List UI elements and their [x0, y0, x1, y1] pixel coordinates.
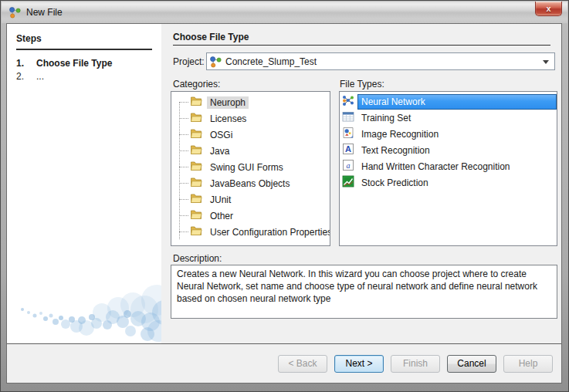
stock-prediction-icon — [342, 175, 354, 190]
step-number: 1. — [16, 58, 36, 69]
chevron-down-icon[interactable] — [543, 60, 549, 64]
text-recognition-icon — [342, 143, 354, 157]
main-panel: Choose File Type Project: Concrete_Slump… — [161, 24, 561, 343]
project-combobox-value: Concrete_Slump_Test — [225, 56, 317, 67]
description-text: Creates a new Neural Network. In this wi… — [171, 265, 557, 319]
folder-icon — [190, 127, 202, 142]
handwritten-character-icon — [342, 159, 354, 174]
description-label: Description: — [173, 253, 222, 264]
step-number: 2. — [16, 71, 36, 82]
training-set-icon — [342, 110, 354, 125]
file-type-item-text-recognition[interactable]: Text Recognition — [340, 142, 557, 158]
window-title: New File — [26, 7, 63, 18]
project-label: Project: — [173, 56, 205, 67]
categories-label: Categories: — [173, 79, 220, 90]
watermark-bubbles — [7, 235, 161, 343]
folder-icon — [190, 95, 202, 110]
folder-icon — [190, 160, 202, 174]
folder-icon — [190, 176, 202, 191]
step-item-pending: ... — [36, 71, 112, 82]
file-type-item-stock-prediction[interactable]: Stock Prediction — [340, 174, 557, 191]
categories-list[interactable]: Neuroph Licenses OSGi Java — [171, 91, 330, 246]
category-item-javabeans-objects[interactable]: JavaBeans Objects — [171, 175, 330, 191]
category-item-user-configuration-properties[interactable]: User Configuration Properties — [171, 224, 330, 240]
button-bar: < Back Next > Finish Cancel Help — [7, 344, 561, 383]
project-combobox[interactable]: Concrete_Slump_Test — [206, 52, 555, 70]
neuroph-project-icon — [209, 56, 222, 68]
title-bar[interactable]: New File — [2, 2, 567, 23]
new-file-dialog: New File x — [0, 0, 569, 392]
folder-icon — [190, 225, 202, 239]
category-item-swing-gui-forms[interactable]: Swing GUI Forms — [171, 159, 330, 175]
file-types-label: File Types: — [340, 79, 384, 90]
category-item-junit[interactable]: JUnit — [171, 191, 330, 208]
finish-button[interactable]: Finish — [391, 355, 440, 373]
close-button[interactable]: x — [535, 2, 562, 16]
file-types-list[interactable]: Neural Network Training Set Image Recogn… — [339, 91, 557, 246]
category-item-other[interactable]: Other — [171, 208, 330, 224]
next-button[interactable]: Next > — [334, 355, 384, 373]
category-item-osgi[interactable]: OSGi — [171, 127, 330, 143]
file-type-item-image-recognition[interactable]: Image Recognition — [340, 126, 557, 142]
page-title: Choose File Type — [173, 32, 249, 42]
folder-icon — [190, 192, 202, 207]
heading-rule — [173, 45, 550, 46]
steps-panel: Steps 1. Choose File Type 2. ... — [7, 24, 161, 343]
steps-heading: Steps — [16, 33, 152, 50]
folder-icon — [190, 208, 202, 223]
file-type-item-neural-network[interactable]: Neural Network — [340, 93, 557, 110]
folder-icon — [190, 144, 202, 158]
neuroph-logo-icon — [8, 6, 21, 19]
help-button[interactable]: Help — [503, 355, 553, 373]
step-item-choose-file-type: Choose File Type — [36, 58, 112, 69]
dialog-content: Steps 1. Choose File Type 2. ... Choose … — [6, 23, 562, 384]
steps-list: 1. Choose File Type 2. ... — [16, 58, 112, 82]
back-button[interactable]: < Back — [278, 355, 327, 373]
neural-network-icon — [342, 94, 354, 109]
folder-icon — [190, 111, 202, 126]
category-item-java[interactable]: Java — [171, 143, 330, 159]
file-type-item-training-set[interactable]: Training Set — [340, 110, 557, 126]
file-type-item-hand-written-character-recognition[interactable]: Hand Written Character Recognition — [340, 158, 557, 174]
category-item-neuroph[interactable]: Neuroph — [171, 94, 330, 110]
cancel-button[interactable]: Cancel — [447, 355, 496, 373]
image-recognition-icon — [342, 127, 354, 141]
category-item-licenses[interactable]: Licenses — [171, 110, 330, 127]
